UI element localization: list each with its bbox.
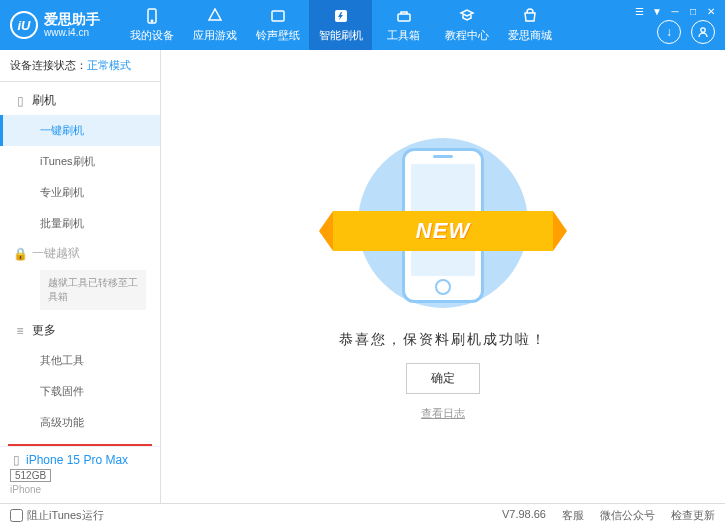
sidebar-item-batch[interactable]: 批量刷机 bbox=[0, 208, 160, 239]
ribbon-text: NEW bbox=[416, 218, 470, 244]
nav-apps[interactable]: 应用游戏 bbox=[183, 0, 246, 50]
media-icon bbox=[269, 7, 287, 25]
app-title: 爱思助手 bbox=[44, 12, 100, 27]
svg-rect-2 bbox=[272, 11, 284, 21]
user-button[interactable] bbox=[691, 20, 715, 44]
app-url: www.i4.cn bbox=[44, 27, 100, 38]
more-icon: ≡ bbox=[14, 325, 26, 337]
lock-icon: 🔒 bbox=[14, 248, 26, 260]
sidebar: 设备连接状态：正常模式 ▯刷机 一键刷机 iTunes刷机 专业刷机 批量刷机 … bbox=[0, 50, 161, 503]
sidebar-item-itunes[interactable]: iTunes刷机 bbox=[0, 146, 160, 177]
phone-icon: ▯ bbox=[10, 454, 22, 466]
maximize-button[interactable]: □ bbox=[685, 4, 701, 18]
sidebar-group-jailbreak: 🔒一键越狱 bbox=[0, 239, 160, 268]
view-log-link[interactable]: 查看日志 bbox=[421, 406, 465, 421]
footer-link-wechat[interactable]: 微信公众号 bbox=[600, 508, 655, 523]
version-label: V7.98.66 bbox=[502, 508, 546, 523]
sidebar-item-pro[interactable]: 专业刷机 bbox=[0, 177, 160, 208]
flash-icon bbox=[332, 7, 350, 25]
download-button[interactable]: ↓ bbox=[657, 20, 681, 44]
nav-store[interactable]: 爱思商城 bbox=[498, 0, 561, 50]
store-icon bbox=[521, 7, 539, 25]
menu-icon[interactable]: ☰ bbox=[631, 4, 647, 18]
minimize-button[interactable]: ─ bbox=[667, 4, 683, 18]
svg-point-5 bbox=[701, 28, 705, 32]
main-content: NEW 恭喜您，保资料刷机成功啦！ 确定 查看日志 bbox=[161, 50, 725, 503]
sidebar-item-firmware[interactable]: 下载固件 bbox=[0, 376, 160, 407]
nav-ringtones[interactable]: 铃声壁纸 bbox=[246, 0, 309, 50]
connection-status: 设备连接状态：正常模式 bbox=[0, 50, 160, 82]
svg-rect-4 bbox=[398, 14, 410, 21]
logo-icon: iU bbox=[10, 11, 38, 39]
phone-icon bbox=[143, 7, 161, 25]
svg-point-1 bbox=[151, 20, 152, 21]
sidebar-item-oneclick[interactable]: 一键刷机 bbox=[0, 115, 160, 146]
nav-flash[interactable]: 智能刷机 bbox=[309, 0, 372, 50]
footer-link-support[interactable]: 客服 bbox=[562, 508, 584, 523]
footer-link-update[interactable]: 检查更新 bbox=[671, 508, 715, 523]
storage-badge: 512GB bbox=[10, 469, 51, 482]
device-info[interactable]: ▯iPhone 15 Pro Max 512GB iPhone bbox=[0, 446, 160, 503]
nav-toolbox[interactable]: 工具箱 bbox=[372, 0, 435, 50]
success-illustration: NEW bbox=[343, 133, 543, 313]
app-logo: iU 爱思助手 www.i4.cn bbox=[10, 11, 100, 39]
sidebar-item-advanced[interactable]: 高级功能 bbox=[0, 407, 160, 438]
jailbreak-note: 越狱工具已转移至工具箱 bbox=[40, 270, 146, 310]
tutorial-icon bbox=[458, 7, 476, 25]
tshirt-icon[interactable]: ▼ bbox=[649, 4, 665, 18]
phone-icon: ▯ bbox=[14, 95, 26, 107]
top-nav: 我的设备 应用游戏 铃声壁纸 智能刷机 工具箱 教程中心 爱思商城 bbox=[120, 0, 561, 50]
toolbox-icon bbox=[395, 7, 413, 25]
success-message: 恭喜您，保资料刷机成功啦！ bbox=[339, 331, 547, 349]
footer: 阻止iTunes运行 V7.98.66 客服 微信公众号 检查更新 bbox=[0, 503, 725, 527]
ok-button[interactable]: 确定 bbox=[406, 363, 480, 394]
apps-icon bbox=[206, 7, 224, 25]
nav-my-device[interactable]: 我的设备 bbox=[120, 0, 183, 50]
sidebar-item-other[interactable]: 其他工具 bbox=[0, 345, 160, 376]
sidebar-group-flash[interactable]: ▯刷机 bbox=[0, 86, 160, 115]
sidebar-group-more[interactable]: ≡更多 bbox=[0, 316, 160, 345]
nav-tutorials[interactable]: 教程中心 bbox=[435, 0, 498, 50]
close-button[interactable]: ✕ bbox=[703, 4, 719, 18]
block-itunes-checkbox[interactable]: 阻止iTunes运行 bbox=[10, 508, 104, 523]
